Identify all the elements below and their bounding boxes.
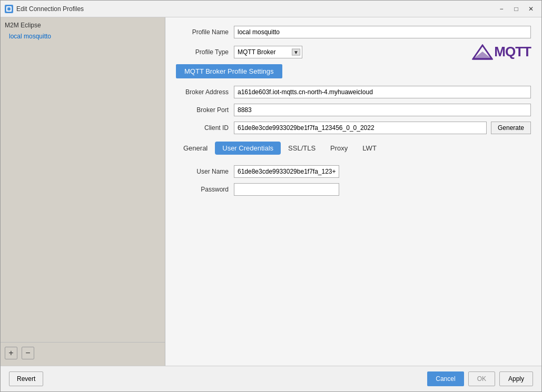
credentials-section: User Name Password <box>176 165 531 357</box>
title-bar: Edit Connection Profiles − □ ✕ <box>1 1 541 17</box>
maximize-button[interactable]: □ <box>510 4 523 14</box>
profile-type-select-wrapper: MQTT Broker ▼ <box>234 46 302 58</box>
broker-port-label: Broker Port <box>176 106 234 114</box>
broker-address-label: Broker Address <box>176 88 234 96</box>
mqtt-logo-icon <box>472 44 493 60</box>
password-row: Password <box>176 183 531 196</box>
sidebar-group-label: M2M Eclipse <box>1 19 165 31</box>
add-profile-button[interactable]: + <box>5 347 17 359</box>
username-row: User Name <box>176 165 531 178</box>
broker-address-row: Broker Address <box>176 86 531 98</box>
tab-lwt[interactable]: LWT <box>355 142 383 155</box>
generate-button[interactable]: Generate <box>491 122 531 134</box>
mqtt-logo: MQTT <box>472 44 531 60</box>
client-id-input[interactable] <box>234 122 487 134</box>
tab-user-credentials[interactable]: User Credentials <box>215 142 281 155</box>
revert-button[interactable]: Revert <box>9 371 43 386</box>
section-header: MQTT Broker Profile Settings <box>176 64 531 78</box>
broker-port-row: Broker Port <box>176 104 531 116</box>
apply-button[interactable]: Apply <box>499 371 533 386</box>
profile-name-row: Profile Name <box>176 26 531 38</box>
close-button[interactable]: ✕ <box>525 4 537 14</box>
sidebar: M2M Eclipse local mosquitto + − <box>1 17 165 366</box>
username-label: User Name <box>176 168 234 175</box>
profile-type-label: Profile Type <box>176 48 234 56</box>
profile-type-select[interactable]: MQTT Broker <box>234 46 302 58</box>
client-id-row: Client ID Generate <box>176 122 531 134</box>
window-title: Edit Connection Profiles <box>16 5 495 13</box>
broker-port-input[interactable] <box>234 104 531 116</box>
minimize-button[interactable]: − <box>495 4 508 14</box>
tab-ssl-tls[interactable]: SSL/TLS <box>281 142 323 155</box>
footer-right: Cancel OK Apply <box>427 371 533 386</box>
mqtt-logo-text: MQTT <box>494 44 531 60</box>
password-input[interactable] <box>234 183 339 196</box>
profile-type-header-row: Profile Type MQTT Broker ▼ MQTT <box>176 44 531 60</box>
settings-button[interactable]: MQTT Broker Profile Settings <box>176 64 282 78</box>
svg-rect-1 <box>7 7 11 11</box>
password-label: Password <box>176 186 234 193</box>
broker-address-input[interactable] <box>234 86 531 98</box>
tabs-bar: General User Credentials SSL/TLS Proxy L… <box>176 142 531 155</box>
tab-general[interactable]: General <box>176 142 215 155</box>
footer-left: Revert <box>9 371 427 386</box>
window-icon <box>5 5 13 13</box>
ok-button[interactable]: OK <box>468 371 495 386</box>
main-window: Edit Connection Profiles − □ ✕ M2M Eclip… <box>0 0 542 392</box>
content-area: M2M Eclipse local mosquitto + − Profile … <box>1 17 541 366</box>
sidebar-footer: + − <box>1 342 165 364</box>
profile-name-label: Profile Name <box>176 28 234 36</box>
tab-proxy[interactable]: Proxy <box>323 142 355 155</box>
profile-name-input[interactable] <box>234 26 531 38</box>
sidebar-item-local-mosquitto[interactable]: local mosquitto <box>1 31 165 42</box>
window-footer: Revert Cancel OK Apply <box>1 366 541 391</box>
remove-profile-button[interactable]: − <box>22 347 34 359</box>
username-input[interactable] <box>234 165 339 178</box>
title-bar-controls: − □ ✕ <box>495 4 537 14</box>
cancel-button[interactable]: Cancel <box>427 371 464 386</box>
client-id-label: Client ID <box>176 124 234 132</box>
main-panel: Profile Name Profile Type MQTT Broker ▼ <box>165 17 541 366</box>
